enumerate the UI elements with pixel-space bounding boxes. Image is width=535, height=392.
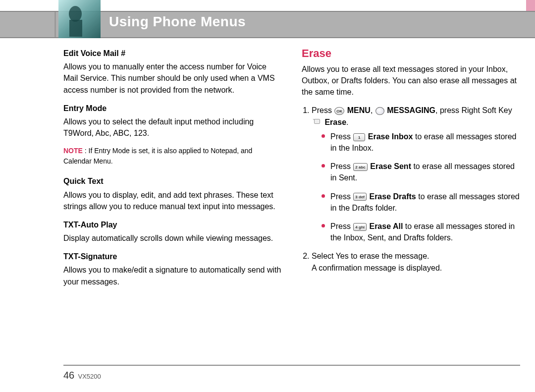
note-entry-mode: NOTE : If Entry Mode is set, it is also … [63,146,282,167]
text-txt-autoplay: Display automatically scrolls down while… [63,232,282,244]
text-edit-voice-mail: Allows you to manually enter the access … [63,61,282,96]
heading-txt-autoplay: TXT-Auto Play [63,219,282,230]
erase-steps: Press OK MENU, MESSAGING, press Right So… [312,105,520,273]
right-column: Erase Allows you to erase all text messa… [302,46,520,362]
section-erase: Erase [302,46,520,61]
step-2: Select Yes to erase the message. A confi… [312,250,520,273]
heading-edit-voice-mail: Edit Voice Mail # [63,48,282,59]
right-softkey-icon [313,119,321,126]
page-number: 46 [63,370,74,381]
note-label: NOTE [63,147,83,155]
nav-key-icon [375,107,384,115]
model-number: VX5200 [78,373,101,380]
text-txt-signature: Allows you to make/edit a signature to a… [63,264,282,287]
header-photo [58,0,101,38]
svg-point-1 [69,6,82,22]
text-entry-mode: Allows you to select the default input m… [63,116,282,139]
page-title: Using Phone Menus [109,14,246,30]
key-3-icon: 3 def [353,193,367,201]
erase-options: Press 1 Erase Inbox to erase all message… [321,131,520,244]
photo-illustration [58,0,101,38]
step-1: Press OK MENU, MESSAGING, press Right So… [312,105,520,243]
svg-rect-2 [69,20,82,37]
option-erase-sent: Press 2 abc Erase Sent to erase all mess… [321,161,520,183]
content-columns: Edit Voice Mail # Allows you to manually… [63,46,520,362]
option-erase-drafts: Press 3 def Erase Drafts to erase all me… [321,191,520,214]
option-erase-inbox: Press 1 Erase Inbox to erase all message… [321,131,520,154]
heading-txt-signature: TXT-Signature [63,251,282,262]
ok-key-icon: OK [334,107,344,115]
text-quick-text: Allows you to display, edit, and add tex… [63,189,282,212]
heading-entry-mode: Entry Mode [63,103,282,114]
key-1-icon: 1 [353,133,365,141]
option-erase-all: Press 4 ghi Erase All to erase all messa… [321,221,520,243]
page-footer: 46 VX5200 [63,365,520,381]
left-column: Edit Voice Mail # Allows you to manually… [63,46,282,362]
key-2-icon: 2 abc [353,163,367,171]
heading-quick-text: Quick Text [63,175,282,187]
text-erase-intro: Allows you to erase all text messages st… [302,63,520,98]
key-4-icon: 4 ghi [353,223,367,231]
